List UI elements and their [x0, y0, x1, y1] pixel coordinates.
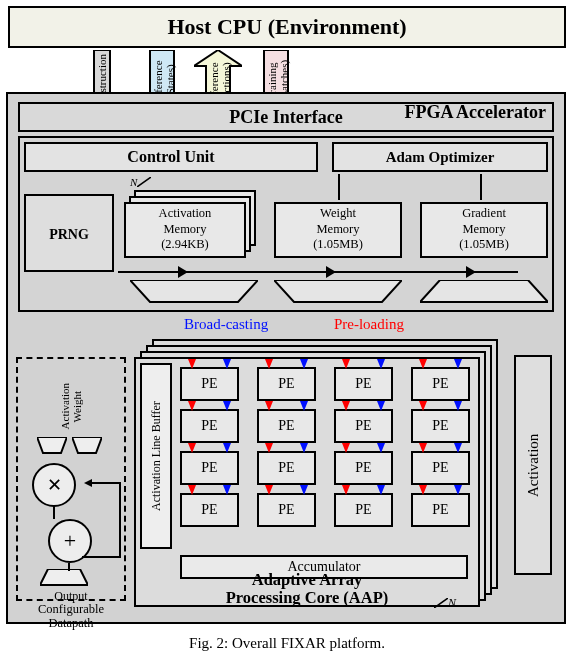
pe-box: PE: [257, 367, 316, 401]
pcie-label: PCIe Interface: [229, 107, 342, 127]
multiply-icon: ✕: [47, 474, 62, 496]
weight-input-label: Weight: [71, 383, 83, 429]
n-replication-label-lower: N: [434, 596, 456, 611]
pe-box: PE: [257, 493, 316, 527]
configurable-datapath-box: Activation Weight ✕ + Output: [16, 357, 126, 601]
aap-core-front: Activation Line Buffer PE PE PE PE PE PE…: [134, 357, 480, 607]
svg-marker-9: [178, 266, 188, 278]
pe-box: PE: [257, 409, 316, 443]
aap-title: Adaptive Array Processing Core (AAP): [136, 570, 478, 607]
flow-labels-row: Broad-casting Pre-loading: [12, 316, 560, 333]
lower-region: Activation Weight ✕ + Output: [18, 335, 554, 621]
svg-marker-11: [466, 266, 476, 278]
plus-icon: +: [64, 528, 76, 554]
pe-box: PE: [180, 451, 239, 485]
svg-line-4: [137, 177, 151, 187]
figure-caption: Fig. 2: Overall FIXAR platform.: [0, 635, 574, 652]
svg-marker-7: [420, 280, 548, 302]
host-cpu-box: Host CPU (Environment): [8, 6, 566, 48]
pe-box: PE: [334, 451, 393, 485]
memory-control-block: Control Unit Adam Optimizer N PRNG Activ…: [18, 136, 554, 312]
configurable-datapath-title: Configurable Datapath: [16, 603, 126, 631]
svg-marker-12: [37, 437, 67, 453]
pe-box: PE: [334, 409, 393, 443]
feedback-wire: [80, 479, 124, 559]
control-unit-box: Control Unit: [24, 142, 318, 172]
prng-label: PRNG: [49, 227, 89, 242]
svg-marker-5: [130, 280, 258, 302]
aap-core-stack: Activation Line Buffer PE PE PE PE PE PE…: [134, 339, 498, 607]
output-mux: [40, 569, 88, 591]
preload-label: Pre-loading: [334, 316, 404, 333]
activation-memory-stack: Activation Memory (2.94KB): [124, 190, 256, 258]
activation-block: Activation: [514, 355, 552, 575]
activation-mux: [37, 437, 67, 459]
gradient-memory-box: Gradient Memory (1.05MB): [420, 202, 548, 258]
datapath-input-labels: Activation Weight: [18, 383, 124, 429]
prng-box: PRNG: [24, 194, 114, 272]
weight-mux: [72, 437, 102, 459]
control-unit-label: Control Unit: [127, 148, 214, 165]
pe-box: PE: [180, 493, 239, 527]
host-cpu-label: Host CPU (Environment): [167, 14, 406, 39]
fpga-title: FPGA Accelerator: [405, 102, 546, 123]
connector: [480, 174, 482, 200]
pe-box: PE: [411, 451, 470, 485]
n-replication-label-upper: N: [130, 176, 151, 188]
fpga-accelerator-box: FPGA Accelerator PCIe Interface Control …: [6, 92, 566, 624]
adam-label: Adam Optimizer: [386, 149, 495, 165]
weight-memory-box: Weight Memory (1.05MB): [274, 202, 402, 258]
svg-marker-10: [326, 266, 336, 278]
svg-marker-6: [274, 280, 402, 302]
pe-box: PE: [411, 367, 470, 401]
pe-box: PE: [411, 493, 470, 527]
activation-memory-box: Activation Memory (2.94KB): [124, 202, 246, 258]
broadcast-label: Broad-casting: [184, 316, 268, 333]
pe-box: PE: [180, 367, 239, 401]
pe-box: PE: [334, 367, 393, 401]
adam-optimizer-box: Adam Optimizer: [332, 142, 548, 172]
multiplier-node: ✕: [32, 463, 76, 507]
svg-marker-14: [40, 569, 88, 585]
svg-marker-15: [84, 479, 92, 487]
svg-marker-13: [72, 437, 102, 453]
pe-box: PE: [257, 451, 316, 485]
svg-line-16: [434, 598, 448, 608]
pe-box: PE: [180, 409, 239, 443]
pe-box: PE: [411, 409, 470, 443]
bus-line: [118, 264, 518, 280]
activation-line-buffer: Activation Line Buffer: [140, 363, 172, 549]
pe-box: PE: [334, 493, 393, 527]
connector: [338, 174, 340, 200]
activation-input-label: Activation: [59, 383, 71, 429]
pe-grid: PE PE PE PE PE PE PE PE PE PE PE PE PE P…: [180, 367, 470, 527]
